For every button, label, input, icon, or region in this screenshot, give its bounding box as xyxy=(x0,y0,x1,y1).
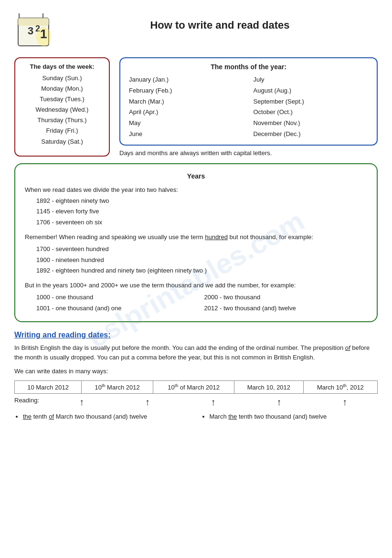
day-item: Sunday (Sun.) xyxy=(24,73,100,84)
month-item: September (Sept.) xyxy=(254,96,369,107)
month-item: July xyxy=(254,74,369,85)
table-cell-1: 10 March 2012 xyxy=(15,381,82,394)
hundred-examples: 1700 - seventeen hundred1900 - nineteen … xyxy=(25,244,367,276)
thousand-right: 2000 - two thousand2012 - two thousand (… xyxy=(204,293,368,315)
table-cell-5: March 10th, 2012 xyxy=(303,381,377,394)
calendar-icon: 3 2 1 1 xyxy=(14,10,57,53)
table-row: 10 March 2012 10th March 2012 10th of Ma… xyxy=(15,381,378,394)
bullet-item-1: the tenth of March two thousand (and) tw… xyxy=(23,411,191,422)
days-box-title: The days of the week: xyxy=(24,63,100,70)
writing-text1a: In British English the day is usually pu… xyxy=(14,344,345,351)
day-item: Friday (Fri.) xyxy=(24,126,100,136)
svg-text:3: 3 xyxy=(28,25,33,37)
month-item: February (Feb.) xyxy=(129,85,244,96)
month-item: August (Aug.) xyxy=(254,85,369,96)
years-title: Years xyxy=(25,171,367,181)
months-box-title: The months of the year: xyxy=(129,63,368,71)
arrow-5: ↑ xyxy=(312,397,378,408)
writing-text-of: of xyxy=(345,344,350,351)
table-cell-3: 10th of March 2012 xyxy=(153,381,234,394)
month-item: March (Mar.) xyxy=(129,96,244,107)
arrows-row: Reading: ↑ ↑ ↑ ↑ ↑ xyxy=(14,397,378,408)
bullets-left: the tenth of March two thousand (and) tw… xyxy=(14,411,191,422)
months-right-col: JulyAugust (Aug.)September (Sept.)Octobe… xyxy=(254,74,369,140)
days-of-week-box: The days of the week: Sunday (Sun.)Monda… xyxy=(14,57,110,157)
year-example: 1145 - eleven forty five xyxy=(36,207,367,217)
arrow-1: ↑ xyxy=(49,397,115,408)
bullets-right: March the tenth two thousand (and) twelv… xyxy=(201,411,378,422)
writing-title: Writing and reading dates: xyxy=(14,331,378,339)
thousand-left: 1000 - one thousand1001 - one thousand (… xyxy=(36,293,200,315)
thousand-examples: 1000 - one thousand1001 - one thousand (… xyxy=(36,293,367,315)
arrows-container: ↑ ↑ ↑ ↑ ↑ xyxy=(49,397,378,408)
thousand-intro-text: But in the years 1000+ and 2000+ we use … xyxy=(25,281,367,291)
month-item: January (Jan.) xyxy=(129,74,244,85)
months-left-col: January (Jan.)February (Feb.)March (Mar.… xyxy=(129,74,244,140)
page-title-container: How to write and read dates xyxy=(62,10,378,40)
day-item: Wednesday (Wed.) xyxy=(24,105,100,115)
day-item: Thursday (Thurs.) xyxy=(24,115,100,126)
thousand-example: 1000 - one thousand xyxy=(36,293,200,303)
table-cell-2: 10th March 2012 xyxy=(82,381,153,394)
hundred-example: 1900 - nineteen hundred xyxy=(36,255,367,265)
table-cell-4: March 10, 2012 xyxy=(234,381,303,394)
year-example: 1892 - eighteen ninety two xyxy=(36,196,367,206)
arrow-3: ↑ xyxy=(180,397,246,408)
month-item: April (Apr.) xyxy=(129,107,244,118)
month-item: November (Nov.) xyxy=(254,118,369,129)
dates-table: 10 March 2012 10th March 2012 10th of Ma… xyxy=(14,380,378,394)
arrow-4: ↑ xyxy=(246,397,312,408)
header: 3 2 1 1 How to write and read dates xyxy=(14,10,378,53)
months-of-year-box: The months of the year: January (Jan.)Fe… xyxy=(119,57,378,146)
bullets-section: the tenth of March two thousand (and) tw… xyxy=(14,411,378,422)
hundred-example: 1892 - eighteen hundred and ninety two (… xyxy=(36,266,367,276)
years-hundred-note: Remember! When reading and speaking we u… xyxy=(25,232,367,242)
years-box: Years When we read dates we divide the y… xyxy=(14,163,378,322)
year-example: 1706 - seventeen oh six xyxy=(36,218,367,228)
days-list: Sunday (Sun.)Monday (Mon.)Tuesday (Tues.… xyxy=(24,73,100,147)
capital-note: Days and months are always written with … xyxy=(119,149,378,157)
years-intro: When we read dates we divide the year in… xyxy=(25,185,367,195)
svg-text:1: 1 xyxy=(40,27,47,41)
month-item: June xyxy=(129,129,244,140)
writing-section: Writing and reading dates: In British En… xyxy=(14,331,378,422)
thousand-example: 2000 - two thousand xyxy=(204,293,368,303)
arrow-2: ↑ xyxy=(115,397,180,408)
top-section: The days of the week: Sunday (Sun.)Monda… xyxy=(14,57,378,157)
months-section: The months of the year: January (Jan.)Fe… xyxy=(119,57,378,157)
writing-text1: In British English the day is usually pu… xyxy=(14,343,378,363)
bullet-item-2: March the tenth two thousand (and) twelv… xyxy=(210,411,378,422)
day-item: Tuesday (Tues.) xyxy=(24,94,100,105)
page-title: How to write and read dates xyxy=(62,19,378,32)
thousand-example: 2012 - two thousand (and) twelve xyxy=(204,304,368,314)
years-examples: 1892 - eighteen ninety two1145 - eleven … xyxy=(25,196,367,228)
thousand-example: 1001 - one thousand (and) one xyxy=(36,304,200,314)
day-item: Saturday (Sat.) xyxy=(24,137,100,147)
month-item: December (Dec.) xyxy=(254,129,369,140)
month-item: May xyxy=(129,118,244,129)
hundred-example: 1700 - seventeen hundred xyxy=(36,244,367,254)
writing-text2: We can write dates in many ways: xyxy=(14,367,378,377)
reading-label: Reading: xyxy=(14,397,49,404)
months-grid: January (Jan.)February (Feb.)March (Mar.… xyxy=(129,74,368,140)
day-item: Monday (Mon.) xyxy=(24,84,100,94)
month-item: October (Oct.) xyxy=(254,107,369,118)
